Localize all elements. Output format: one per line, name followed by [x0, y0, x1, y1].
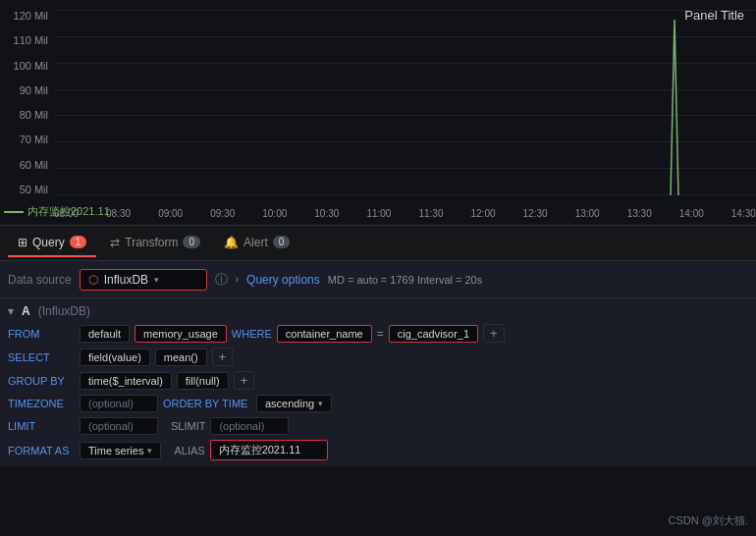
equals-sign: = — [377, 327, 384, 341]
tab-alert[interactable]: 🔔 Alert 0 — [214, 230, 299, 257]
chart-legend: 内存监控2021.11 — [0, 204, 110, 219]
where-plus[interactable]: + — [483, 324, 505, 343]
from-default[interactable]: default — [80, 325, 130, 343]
tab-query[interactable]: ⊞ Query 1 — [8, 230, 96, 257]
select-label: SELECT — [8, 351, 75, 363]
groupby-row: GROUP BY time($_interval) fill(null) + — [8, 371, 748, 390]
watermark: CSDN @刘大猫. — [669, 513, 748, 528]
y-axis: 120 Mil 110 Mil 100 Mil 90 Mil 80 Mil 70… — [0, 10, 54, 195]
tab-transform[interactable]: ⇄ Transform 0 — [100, 230, 210, 257]
query-options-link[interactable]: Query options — [246, 273, 320, 287]
query-meta: MD = auto = 1769 Interval = 20s — [328, 274, 482, 286]
slimit-label: SLIMIT — [171, 420, 205, 432]
tab-alert-label: Alert — [243, 236, 268, 249]
chart-area: Panel Title 120 Mil 110 Mil 100 Mil 90 M… — [0, 0, 756, 226]
orderby-value: ascending — [265, 398, 314, 409]
from-label: FROM — [8, 328, 75, 340]
x-axis: 08:00 08:30 09:00 09:30 10:00 10:30 11:0… — [54, 208, 756, 219]
datasource-value: InfluxDB — [104, 273, 148, 287]
orderby-select[interactable]: ascending ▾ — [256, 395, 332, 412]
where-field[interactable]: container_name — [277, 325, 372, 343]
influxdb-icon: ⬡ — [88, 273, 98, 287]
where-label: WHERE — [232, 328, 272, 340]
slimit-input[interactable]: (optional) — [210, 417, 289, 435]
tab-query-label: Query — [32, 236, 65, 249]
formatas-row: FORMAT AS Time series ▾ ALIAS 内存监控2021.1… — [8, 440, 748, 460]
transform-icon: ⇄ — [110, 236, 120, 249]
formatas-label: FORMAT AS — [8, 445, 75, 456]
orderby-arrow: ▾ — [318, 399, 323, 408]
timezone-row: TIMEZONE (optional) ORDER BY TIME ascend… — [8, 395, 748, 412]
timezone-label: TIMEZONE — [8, 398, 75, 409]
query-letter: A — [22, 304, 30, 318]
orderby-label: ORDER BY TIME — [163, 398, 251, 409]
query-options-label: Query options — [246, 273, 320, 287]
select-func[interactable]: mean() — [155, 348, 207, 366]
select-field[interactable]: field(value) — [80, 348, 150, 366]
formatas-select[interactable]: Time series ▾ — [80, 442, 161, 459]
tab-query-badge: 1 — [70, 236, 87, 248]
tabs-bar: ⊞ Query 1 ⇄ Transform 0 🔔 Alert 0 — [0, 226, 756, 261]
collapse-icon[interactable]: ▾ — [8, 304, 14, 318]
query-rows: FROM default memory_usage WHERE containe… — [8, 324, 748, 460]
from-row: FROM default memory_usage WHERE containe… — [8, 324, 748, 343]
groupby-time[interactable]: time($_interval) — [80, 372, 172, 390]
legend-label: 内存监控2021.11 — [27, 204, 110, 219]
where-value[interactable]: cig_cadvisor_1 — [389, 325, 478, 343]
limit-input[interactable]: (optional) — [80, 417, 158, 435]
query-icon: ⊞ — [18, 236, 27, 249]
chevron-right-icon: › — [236, 274, 239, 285]
formatas-value: Time series — [88, 445, 143, 456]
timezone-input[interactable]: (optional) — [80, 395, 158, 412]
datasource-label: Data source — [8, 273, 72, 287]
select-row: SELECT field(value) mean() + — [8, 348, 748, 366]
alert-icon: 🔔 — [224, 236, 239, 249]
groupby-label: GROUP BY — [8, 375, 75, 387]
from-measurement[interactable]: memory_usage — [135, 325, 227, 343]
legend-line — [4, 211, 24, 213]
tab-alert-badge: 0 — [273, 236, 291, 248]
query-section: ▾ A (InfluxDB) FROM default memory_usage… — [0, 298, 756, 466]
tab-transform-label: Transform — [125, 236, 178, 249]
alias-label: ALIAS — [174, 445, 204, 456]
limit-row: LIMIT (optional) SLIMIT (optional) — [8, 417, 748, 435]
info-icon[interactable]: ⓘ — [215, 271, 228, 289]
groupby-fill[interactable]: fill(null) — [177, 372, 229, 390]
groupby-plus[interactable]: + — [234, 371, 255, 390]
alias-input[interactable]: 内存监控2021.11 — [210, 440, 328, 460]
select-plus[interactable]: + — [212, 348, 234, 366]
query-header: ▾ A (InfluxDB) — [8, 304, 748, 318]
datasource-row: Data source ⬡ InfluxDB ▾ ⓘ › Query optio… — [0, 261, 756, 298]
datasource-select[interactable]: ⬡ InfluxDB ▾ — [80, 269, 207, 291]
formatas-arrow: ▾ — [147, 446, 152, 456]
query-db-label: (InfluxDB) — [38, 304, 90, 318]
tab-transform-badge: 0 — [183, 236, 200, 248]
chart-spike — [54, 10, 756, 195]
datasource-dropdown-arrow: ▾ — [154, 275, 159, 285]
limit-label: LIMIT — [8, 420, 75, 432]
